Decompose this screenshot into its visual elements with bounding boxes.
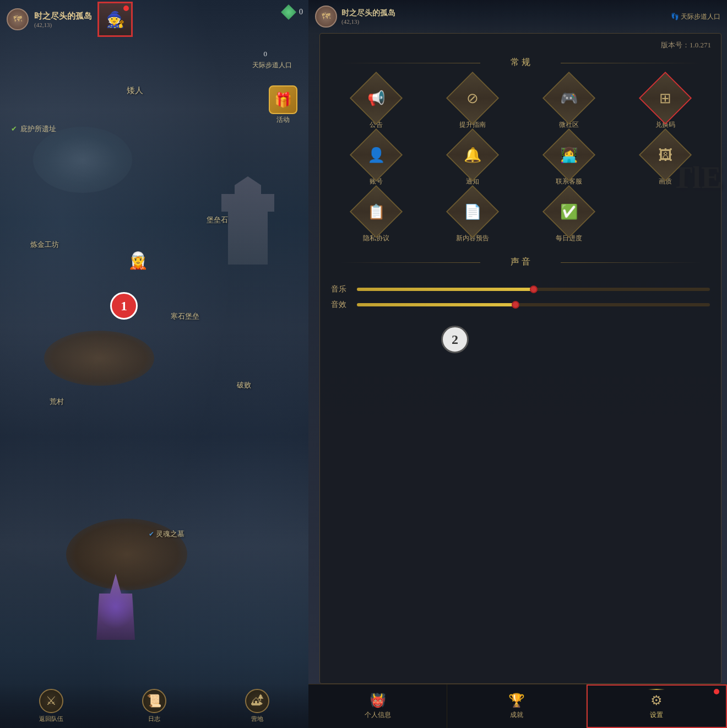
checkmark-icon: ✔ — [149, 530, 154, 538]
grid-item-community[interactable]: 🎮 微社区 — [524, 79, 614, 130]
sound-section: 音乐 音效 — [320, 274, 721, 324]
left-panel: 🗺 时之尽头的孤岛 (42,13) 🧙 0 天际步道人口 0 矮人 🎁 活动 ✔… — [0, 0, 308, 728]
activity-button[interactable]: 🎁 活动 — [269, 85, 297, 125]
terrain-rocks-1 — [44, 331, 154, 386]
right-location-info: 时之尽头的孤岛 (42,13) — [341, 8, 395, 25]
account-diamond: 👤 — [349, 128, 402, 181]
right-location-coords: (42,13) — [341, 18, 395, 25]
grid-item-privacy[interactable]: 📋 隐私协议 — [331, 193, 421, 243]
guide-icon: ⊘ — [466, 90, 479, 107]
active-tab-deco — [648, 689, 665, 690]
activity-label: 活动 — [276, 115, 290, 125]
map-label-castle: 堡垒石 — [207, 215, 228, 225]
achievements-tab-icon: 🏆 — [508, 693, 525, 708]
quality-icon: 🖼 — [658, 147, 672, 164]
preview-icon: 📄 — [464, 203, 481, 220]
sfx-slider-thumb[interactable] — [512, 301, 519, 309]
notice-icon: 📢 — [367, 90, 385, 107]
log-icon: 📜 — [142, 689, 166, 713]
section-general-header: 常 规 — [320, 52, 721, 75]
map-label-cold-castle: 寒石堡垒 — [171, 311, 199, 321]
character-sprite: 🧝 — [127, 237, 149, 270]
right-panel: 🗺 时之尽头的孤岛 (42,13) 👣 天际步道人口 TlE 版本号：1.0.2… — [308, 0, 727, 728]
right-location-name: 时之尽头的孤岛 — [341, 8, 395, 18]
step-badge-1: 1 — [110, 292, 138, 320]
avatar-box[interactable]: 🧙 — [97, 2, 133, 37]
right-location-icon: 🗺 — [315, 6, 337, 28]
map-label-village: 荒村 — [50, 397, 64, 407]
map-label-forge: 炼金工坊 — [30, 240, 59, 250]
music-label: 音乐 — [331, 284, 350, 294]
right-currency-area: 👣 天际步道人口 — [671, 12, 720, 21]
currency-value: 0 — [299, 8, 303, 17]
sfx-slider-track[interactable] — [357, 303, 710, 306]
activity-icon: 🎁 — [269, 85, 297, 114]
redeem-icon: ⊞ — [659, 90, 671, 107]
location-name: 时之尽头的孤岛 — [34, 11, 92, 21]
notify-icon: 🔔 — [464, 147, 481, 164]
grid-item-quality[interactable]: 🖼 画质 — [620, 136, 710, 186]
shelter-label: ✔ 庇护所遗址 — [11, 124, 56, 134]
bottom-bar-left: ⚔ 返回队伍 📜 日志 🏕 营地 — [0, 684, 308, 728]
version-label: 版本号：1.0.271 — [661, 41, 711, 49]
notify-diamond: 🔔 — [446, 128, 498, 181]
icon-grid: 📢 公告 ⊘ 提升指南 🎮 微社区 ⊞ 兑换码 — [320, 75, 721, 252]
grid-item-notify[interactable]: 🔔 通知 — [427, 136, 517, 186]
privacy-icon: 📋 — [367, 203, 385, 220]
map-label-broken: 破败 — [237, 380, 251, 390]
log-label: 日志 — [148, 715, 160, 723]
settings-tab-label: 设置 — [650, 710, 663, 720]
personal-tab-label: 个人信息 — [365, 710, 391, 720]
team-label: 返回队伍 — [39, 715, 63, 723]
location-icon: 🗺 — [7, 8, 29, 30]
support-icon: 👩‍💻 — [560, 147, 578, 164]
currency-area: 0 — [281, 4, 303, 20]
support-diamond: 👩‍💻 — [542, 128, 595, 181]
privacy-diamond: 📋 — [349, 185, 402, 238]
music-slider-fill — [357, 288, 534, 291]
achievements-tab-label: 成就 — [510, 710, 523, 720]
shrine-glow — [96, 585, 135, 629]
camp-label: 营地 — [251, 715, 263, 723]
grid-item-progress[interactable]: ✅ 每日进度 — [524, 193, 614, 243]
grid-item-notice[interactable]: 📢 公告 — [331, 79, 421, 130]
account-icon: 👤 — [367, 147, 385, 164]
top-bar-left: 🗺 时之尽头的孤岛 (42,13) 🧙 0 — [0, 0, 308, 39]
community-diamond: 🎮 — [542, 72, 595, 125]
step-label: 天际步道人口 — [252, 61, 292, 70]
grid-item-redeem[interactable]: ⊞ 兑换码 — [620, 79, 710, 130]
dwarf-label: 矮人 — [127, 85, 143, 96]
music-slider-thumb[interactable] — [530, 285, 538, 293]
music-slider-row: 音乐 — [331, 284, 710, 294]
terrain-mountain — [33, 127, 132, 193]
top-bar-right: 🗺 时之尽头的孤岛 (42,13) 👣 天际步道人口 — [308, 0, 727, 33]
shelter-arrow-icon: ✔ — [11, 125, 17, 133]
bottom-btn-log[interactable]: 📜 日志 — [142, 689, 166, 723]
bottom-btn-camp[interactable]: 🏕 营地 — [245, 689, 269, 723]
gem-icon — [281, 4, 296, 20]
settings-panel: 版本号：1.0.271 常 规 📢 公告 ⊘ 提升指南 🎮 — [319, 33, 721, 684]
camp-icon: 🏕 — [245, 689, 269, 713]
guide-diamond: ⊘ — [446, 72, 498, 125]
quality-diamond: 🖼 — [638, 128, 691, 181]
preview-diamond: 📄 — [446, 185, 498, 238]
redeem-diamond: ⊞ — [638, 72, 691, 125]
progress-icon: ✅ — [560, 203, 578, 220]
tab-achievements[interactable]: 🏆 成就 — [447, 684, 586, 728]
grid-item-preview[interactable]: 📄 新内容预告 — [427, 193, 517, 243]
bottom-tabs-right: 👹 个人信息 🏆 成就 ⚙ 设置 — [308, 684, 727, 728]
location-info: 时之尽头的孤岛 (42,13) — [34, 11, 92, 28]
grid-item-support[interactable]: 👩‍💻 联系客服 — [524, 136, 614, 186]
map-label-soul-tomb: ✔ 灵魂之墓 — [149, 529, 185, 539]
bottom-btn-team[interactable]: ⚔ 返回队伍 — [39, 689, 63, 723]
tab-settings[interactable]: ⚙ 设置 — [587, 684, 727, 728]
right-step-icon: 👣 天际步道人口 — [671, 12, 720, 21]
grid-item-account[interactable]: 👤 账号 — [331, 136, 421, 186]
community-icon: 🎮 — [560, 90, 578, 107]
tab-personal[interactable]: 👹 个人信息 — [308, 684, 447, 728]
grid-item-guide[interactable]: ⊘ 提升指南 — [427, 79, 517, 130]
music-slider-track[interactable] — [357, 288, 710, 291]
step-value: 0 — [264, 50, 268, 58]
settings-tab-icon: ⚙ — [650, 693, 663, 708]
section-sound-header: 声 音 — [320, 252, 721, 274]
